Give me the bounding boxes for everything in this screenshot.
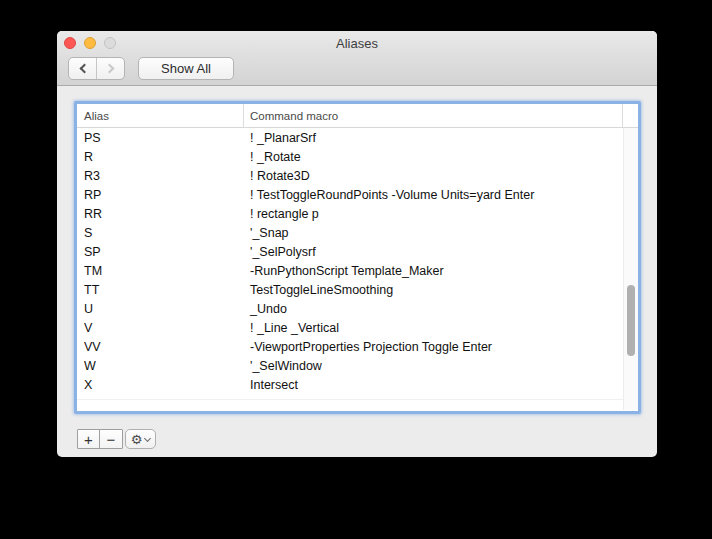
table-row[interactable]: RR ! rectangle p: [77, 204, 638, 223]
macro-cell: ! _PlanarSrf: [244, 131, 638, 145]
macro-cell: TestToggleLineSmoothing: [244, 283, 638, 297]
macro-cell: ! _Zoom: [244, 397, 638, 401]
macro-cell: ! Rotate3D: [244, 169, 638, 183]
table-row[interactable]: S '_Snap: [77, 223, 638, 242]
alias-cell: PS: [77, 131, 244, 145]
table-body: PS ! _PlanarSrf R ! _Rotate R3 ! Rotate3…: [77, 128, 638, 410]
alias-cell: R: [77, 150, 244, 164]
table-row[interactable]: V ! _Line _Vertical: [77, 318, 638, 337]
add-alias-button[interactable]: +: [78, 430, 100, 448]
alias-cell: V: [77, 321, 244, 335]
alias-cell: TM: [77, 264, 244, 278]
macro-cell: ! _Rotate: [244, 150, 638, 164]
aliases-table: Alias Command macro PS ! _PlanarSrf R ! …: [74, 101, 641, 414]
alias-cell: X: [77, 378, 244, 392]
alias-cell: VV: [77, 340, 244, 354]
vertical-scrollbar: [623, 128, 638, 410]
alias-cell: S: [77, 226, 244, 240]
macro-cell: _Undo: [244, 302, 638, 316]
column-header-alias[interactable]: Alias: [77, 110, 243, 122]
gear-icon: ⚙: [131, 433, 143, 446]
table-row[interactable]: R3 ! Rotate3D: [77, 166, 638, 185]
title-bar[interactable]: Aliases Show All: [57, 31, 657, 86]
scrollbar-thumb[interactable]: [627, 285, 635, 356]
table-row[interactable]: PS ! _PlanarSrf: [77, 128, 638, 147]
macro-cell: '_SelPolysrf: [244, 245, 638, 259]
macro-cell: ! _Line _Vertical: [244, 321, 638, 335]
alias-cell: SP: [77, 245, 244, 259]
rows-viewport: PS ! _PlanarSrf R ! _Rotate R3 ! Rotate3…: [77, 128, 638, 400]
macro-cell: '_Snap: [244, 226, 638, 240]
alias-cell: W: [77, 359, 244, 373]
show-all-button[interactable]: Show All: [138, 57, 234, 80]
alias-cell: RR: [77, 207, 244, 221]
table-row[interactable]: X Intersect: [77, 375, 638, 394]
nav-back-forward-group: [68, 57, 125, 80]
macro-cell: -RunPythonScript Template_Maker: [244, 264, 638, 278]
aliases-window: Aliases Show All Alias Command macro PS …: [57, 31, 657, 457]
remove-alias-button[interactable]: −: [100, 430, 122, 448]
table-header: Alias Command macro: [77, 104, 638, 128]
macro-cell: -ViewportProperties Projection Toggle En…: [244, 340, 638, 354]
alias-cell: U: [77, 302, 244, 316]
table-row[interactable]: TT TestToggleLineSmoothing: [77, 280, 638, 299]
macro-cell: ! rectangle p: [244, 207, 638, 221]
macro-cell: Intersect: [244, 378, 638, 392]
column-header-command-macro[interactable]: Command macro: [243, 104, 622, 127]
add-remove-group: + −: [77, 429, 123, 449]
chevron-right-icon: [104, 64, 114, 74]
alias-cell: RP: [77, 188, 244, 202]
forward-button-disabled: [97, 58, 124, 79]
rows-list: PS ! _PlanarSrf R ! _Rotate R3 ! Rotate3…: [77, 128, 638, 400]
chevron-down-icon: [144, 434, 151, 441]
window-title: Aliases: [57, 31, 657, 57]
alias-cell: TT: [77, 283, 244, 297]
table-row[interactable]: U _Undo: [77, 299, 638, 318]
table-row[interactable]: SP '_SelPolysrf: [77, 242, 638, 261]
action-menu-button[interactable]: ⚙: [125, 429, 156, 449]
alias-cell: R3: [77, 169, 244, 183]
chevron-left-icon: [79, 64, 89, 74]
table-row[interactable]: W '_SelWindow: [77, 356, 638, 375]
table-row[interactable]: VV -ViewportProperties Projection Toggle…: [77, 337, 638, 356]
table-row[interactable]: R ! _Rotate: [77, 147, 638, 166]
table-row[interactable]: TM -RunPythonScript Template_Maker: [77, 261, 638, 280]
column-header-stub: [622, 104, 638, 127]
macro-cell: ! TestToggleRoundPoints -Volume Units=ya…: [244, 188, 638, 202]
back-button[interactable]: [69, 58, 97, 79]
table-row[interactable]: RP ! TestToggleRoundPoints -Volume Units…: [77, 185, 638, 204]
alias-cell: Z: [77, 397, 244, 401]
macro-cell: '_SelWindow: [244, 359, 638, 373]
table-row[interactable]: Z ! _Zoom: [77, 394, 638, 400]
